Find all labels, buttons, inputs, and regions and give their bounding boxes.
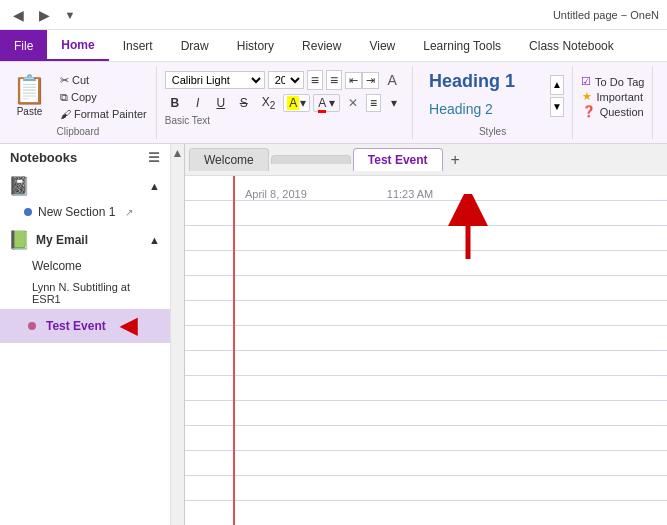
arrow-left-icon: ◀ [120, 313, 137, 339]
title-bar-left: ◀ ▶ ▼ [8, 5, 80, 25]
tab-class-notebook[interactable]: Class Notebook [515, 30, 628, 61]
page-time: 11:23 AM [387, 188, 433, 200]
tab-history[interactable]: History [223, 30, 288, 61]
heading2-style[interactable]: Heading 2 [421, 98, 546, 120]
align-dropdown-button[interactable]: ▾ [384, 94, 404, 112]
styles-scroll: ▲ ▼ [546, 68, 564, 123]
page-item-lynn[interactable]: Lynn N. Subtitling at ESR1 [0, 277, 170, 309]
cursor-icon: ↗ [125, 207, 133, 218]
tags-group: ☑ To Do Tag ★ Important ❓ Question [573, 66, 653, 139]
page-tab-testevent[interactable]: Test Event [353, 148, 443, 171]
important-tag-button[interactable]: ★ Important [582, 89, 642, 104]
sidebar-scrollbar: ▲ [170, 144, 184, 525]
italic-button[interactable]: I [188, 94, 208, 112]
subscript-button[interactable]: X2 [257, 93, 281, 113]
sidebar-header: Notebooks ☰ [0, 144, 170, 171]
sidebar-wrapper: Notebooks ☰ 📓 ▲ New Section 1 ↗ 📗 My Ema… [0, 144, 185, 525]
underline-button[interactable]: U [211, 94, 231, 112]
star-icon: ★ [582, 90, 592, 103]
paste-icon: 📋 [12, 76, 47, 104]
increase-indent-button[interactable]: ⇥ [362, 72, 379, 89]
notebook-item-myemail[interactable]: 📗 My Email ▲ [0, 225, 170, 255]
clipboard-right: ✂ Cut ⧉ Copy 🖌 Format Painter [57, 70, 150, 123]
notebook-item-1[interactable]: 📓 ▲ [0, 171, 170, 201]
clipboard-group: 📋 Paste ✂ Cut ⧉ Copy 🖌 Format Painter Cl… [0, 66, 157, 139]
cut-label: Cut [72, 74, 89, 86]
section-item-1[interactable]: New Section 1 ↗ [0, 201, 170, 223]
indent-buttons: ⇤ ⇥ [345, 72, 379, 89]
heading1-style[interactable]: Heading 1 [421, 68, 546, 95]
page-label-lynn: Lynn N. Subtitling at ESR1 [32, 281, 150, 305]
basic-text-group-label: Basic Text [165, 115, 210, 126]
quick-access-button[interactable]: ▼ [60, 5, 80, 25]
font-color-icon: A [318, 96, 325, 113]
sidebar-scroll-up[interactable]: ▲ [172, 146, 184, 160]
cut-icon: ✂ [60, 74, 69, 87]
format-painter-button[interactable]: 🖌 Format Painter [57, 107, 150, 121]
highlight-icon: A [287, 96, 299, 110]
page-label-welcome: Welcome [32, 259, 82, 273]
page-content[interactable]: April 8, 2019 11:23 AM [185, 176, 667, 525]
title-bar: ◀ ▶ ▼ Untitled page − OneN [0, 0, 667, 30]
page-timestamp: April 8, 2019 11:23 AM [245, 188, 433, 200]
font-select[interactable]: Calibri Light [165, 71, 265, 89]
tab-draw[interactable]: Draw [167, 30, 223, 61]
strikethrough-button[interactable]: S [234, 94, 254, 112]
page-label-testevent: Test Event [46, 319, 106, 333]
styles-scroll-up[interactable]: ▲ [550, 75, 564, 95]
notebook-icon-green: 📗 [8, 229, 30, 251]
bullet-list-button[interactable]: ≡ [307, 70, 323, 90]
notebook-expand-icon-1: ▲ [149, 180, 160, 192]
section-label-1: New Section 1 [38, 205, 115, 219]
highlight-button[interactable]: A ▾ [283, 94, 310, 112]
page-tabs: Welcome Test Event + [185, 144, 667, 176]
clear-formatting-button[interactable]: ✕ [343, 94, 363, 112]
paste-label: Paste [17, 106, 43, 117]
font-row: Calibri Light 20 ≡ ≡ ⇤ ⇥ A [165, 70, 402, 90]
font-color-button[interactable]: A ▾ [313, 94, 340, 112]
tab-home[interactable]: Home [47, 30, 108, 61]
todo-tag-button[interactable]: ☑ To Do Tag [581, 74, 644, 89]
page-tab-blank[interactable] [271, 155, 351, 164]
notebook-icon-purple: 📓 [8, 175, 30, 197]
notebooks-title: Notebooks [10, 150, 77, 165]
question-icon: ❓ [582, 105, 596, 118]
tab-insert[interactable]: Insert [109, 30, 167, 61]
back-button[interactable]: ◀ [8, 5, 28, 25]
tab-learning-tools[interactable]: Learning Tools [409, 30, 515, 61]
styles-scroll-down[interactable]: ▼ [550, 97, 564, 117]
copy-button[interactable]: ⧉ Copy [57, 90, 150, 105]
ribbon-toolbar: 📋 Paste ✂ Cut ⧉ Copy 🖌 Format Painter Cl… [0, 62, 667, 144]
bold-button[interactable]: B [165, 94, 185, 112]
red-margin [233, 176, 235, 525]
page-area: Welcome Test Event + April 8, 2019 11:23… [185, 144, 667, 525]
arrow-up-indicator [443, 194, 493, 267]
page-item-testevent[interactable]: Test Event ◀ [0, 309, 170, 343]
text-effects-button[interactable]: A [382, 70, 402, 90]
cut-button[interactable]: ✂ Cut [57, 73, 150, 88]
checkbox-icon: ☑ [581, 75, 591, 88]
paste-button[interactable]: 📋 Paste [6, 70, 53, 123]
page-item-welcome[interactable]: Welcome [0, 255, 170, 277]
styles-group-label: Styles [479, 126, 506, 137]
clipboard-group-label: Clipboard [0, 126, 156, 137]
decrease-indent-button[interactable]: ⇤ [345, 72, 362, 89]
highlight-dropdown-icon: ▾ [300, 96, 306, 110]
todo-label: To Do Tag [595, 76, 644, 88]
sidebar-toggle-button[interactable]: ☰ [148, 150, 160, 165]
tab-file[interactable]: File [0, 30, 47, 61]
styles-group: Heading 1 Heading 2 ▲ ▼ Styles [413, 66, 573, 139]
size-select[interactable]: 20 [268, 71, 304, 89]
section-dot-pink [28, 322, 36, 330]
numbered-list-button[interactable]: ≡ [326, 70, 342, 90]
tab-view[interactable]: View [355, 30, 409, 61]
notebook-expand-icon-myemail[interactable]: ▲ [149, 234, 160, 246]
main-area: Notebooks ☰ 📓 ▲ New Section 1 ↗ 📗 My Ema… [0, 144, 667, 525]
add-page-button[interactable]: + [445, 151, 466, 169]
tab-review[interactable]: Review [288, 30, 355, 61]
forward-button[interactable]: ▶ [34, 5, 54, 25]
page-tab-welcome[interactable]: Welcome [189, 148, 269, 171]
align-button[interactable]: ≡ [366, 94, 381, 112]
question-tag-button[interactable]: ❓ Question [582, 104, 644, 119]
format-painter-label: Format Painter [74, 108, 147, 120]
